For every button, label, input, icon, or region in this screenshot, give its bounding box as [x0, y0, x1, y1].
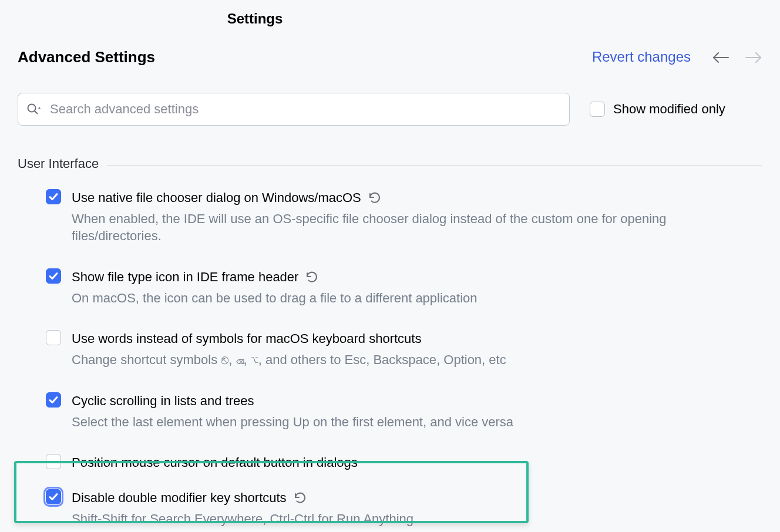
option-label[interactable]: Use native file chooser dialog on Window… [72, 189, 361, 207]
option-checkbox[interactable] [46, 392, 61, 408]
option-description: Change shortcut symbols ⎋, ⌫, ⌥, and oth… [72, 351, 718, 369]
option-label[interactable]: Disable double modifier key shortcuts [72, 489, 287, 507]
show-modified-only-toggle[interactable]: Show modified only [590, 100, 725, 118]
option-description: When enabled, the IDE will use an OS-spe… [72, 210, 718, 245]
show-modified-checkbox[interactable] [590, 102, 605, 117]
option-description: Shift-Shift for Search Everywhere, Ctrl-… [72, 510, 718, 528]
option-checkbox[interactable] [46, 189, 61, 204]
search-input-container[interactable] [18, 93, 570, 126]
option-row: Cyclic scrolling in lists and treesSelec… [46, 386, 762, 433]
option-row: Disable double modifier key shortcutsShi… [46, 483, 762, 530]
option-label[interactable]: Use words instead of symbols for macOS k… [72, 330, 421, 348]
option-description: On macOS, the icon can be used to drag a… [72, 289, 718, 307]
option-row: Position mouse cursor on default button … [46, 448, 762, 474]
option-label[interactable]: Position mouse cursor on default button … [72, 454, 358, 472]
page-title: Advanced Settings [18, 47, 155, 68]
option-description: Select the last element when pressing Up… [72, 413, 718, 431]
revert-icon[interactable] [367, 191, 382, 205]
option-checkbox[interactable] [46, 330, 61, 345]
option-checkbox[interactable] [46, 268, 61, 284]
nav-forward-icon[interactable] [745, 51, 762, 64]
option-row: Use words instead of symbols for macOS k… [46, 324, 762, 371]
revert-icon[interactable] [292, 491, 308, 505]
show-modified-label: Show modified only [613, 100, 725, 118]
option-row: Use native file chooser dialog on Window… [46, 183, 762, 247]
revert-icon[interactable] [304, 270, 320, 284]
search-input[interactable] [49, 101, 561, 117]
section-title: User Interface [18, 155, 99, 173]
option-row: Show file type icon in IDE frame headerO… [46, 262, 762, 309]
option-checkbox[interactable] [46, 454, 61, 469]
option-checkbox[interactable] [46, 489, 61, 504]
window-title: Settings [0, 9, 780, 28]
option-label[interactable]: Show file type icon in IDE frame header [72, 268, 298, 286]
search-icon [26, 103, 42, 116]
option-label[interactable]: Cyclic scrolling in lists and trees [72, 392, 254, 410]
nav-back-icon[interactable] [712, 51, 729, 64]
section-divider [107, 165, 762, 166]
revert-changes-link[interactable]: Revert changes [592, 48, 691, 66]
